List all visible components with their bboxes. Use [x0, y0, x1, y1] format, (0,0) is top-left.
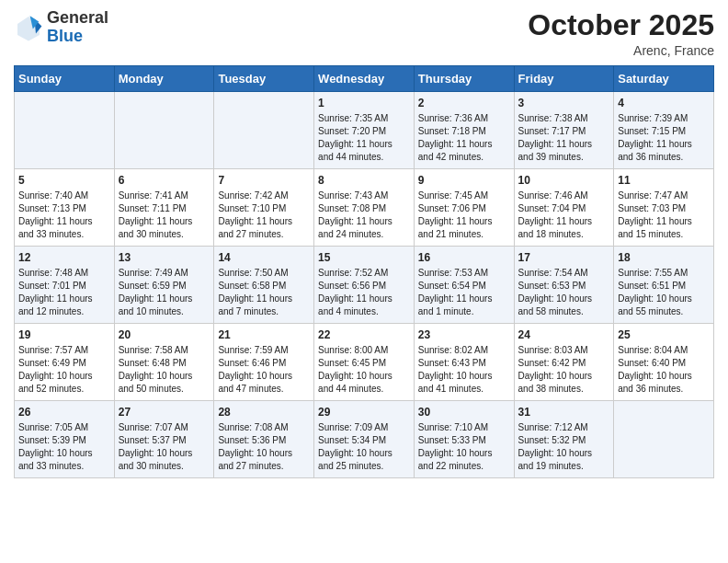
day-cell — [114, 92, 214, 169]
day-number: 29 — [318, 406, 410, 419]
day-cell: 2Sunrise: 7:36 AMSunset: 7:18 PMDaylight… — [414, 92, 514, 169]
day-info: Sunrise: 7:52 AMSunset: 6:56 PMDaylight:… — [318, 267, 410, 318]
day-number: 7 — [218, 174, 310, 187]
day-info: Sunrise: 7:10 AMSunset: 5:33 PMDaylight:… — [418, 421, 510, 473]
day-info: Sunrise: 7:40 AMSunset: 7:13 PMDaylight:… — [18, 190, 110, 241]
day-info: Sunrise: 7:39 AMSunset: 7:15 PMDaylight:… — [618, 112, 710, 164]
day-cell: 31Sunrise: 7:12 AMSunset: 5:32 PMDayligh… — [514, 401, 614, 478]
day-info: Sunrise: 7:58 AMSunset: 6:48 PMDaylight:… — [119, 344, 210, 396]
week-row-1: 5Sunrise: 7:40 AMSunset: 7:13 PMDaylight… — [15, 169, 714, 247]
day-number: 30 — [418, 406, 510, 419]
day-info: Sunrise: 7:05 AMSunset: 5:39 PMDaylight:… — [18, 421, 110, 473]
day-number: 28 — [218, 406, 310, 419]
day-info: Sunrise: 7:54 AMSunset: 6:53 PMDaylight:… — [518, 267, 610, 318]
day-info: Sunrise: 7:49 AMSunset: 6:59 PMDaylight:… — [119, 267, 210, 318]
day-number: 18 — [618, 251, 710, 264]
day-cell: 14Sunrise: 7:50 AMSunset: 6:58 PMDayligh… — [214, 247, 314, 324]
day-cell: 16Sunrise: 7:53 AMSunset: 6:54 PMDayligh… — [414, 247, 514, 324]
day-number: 11 — [618, 174, 710, 187]
day-number: 31 — [518, 406, 610, 419]
calendar-table: Sunday Monday Tuesday Wednesday Thursday… — [14, 65, 714, 478]
week-row-3: 19Sunrise: 7:57 AMSunset: 6:49 PMDayligh… — [15, 324, 714, 401]
logo-icon — [14, 13, 43, 42]
day-info: Sunrise: 7:45 AMSunset: 7:06 PMDaylight:… — [418, 190, 510, 241]
day-number: 19 — [18, 328, 110, 341]
day-info: Sunrise: 7:55 AMSunset: 6:51 PMDaylight:… — [618, 267, 710, 318]
page: General Blue October 2025 Arenc, France … — [0, 0, 728, 492]
day-number: 3 — [518, 97, 610, 109]
day-cell — [214, 92, 314, 169]
day-cell: 10Sunrise: 7:46 AMSunset: 7:04 PMDayligh… — [514, 169, 614, 247]
day-info: Sunrise: 7:46 AMSunset: 7:04 PMDaylight:… — [518, 190, 610, 241]
day-cell: 4Sunrise: 7:39 AMSunset: 7:15 PMDaylight… — [614, 92, 714, 169]
day-number: 26 — [18, 406, 110, 419]
col-friday: Friday — [514, 66, 614, 92]
day-number: 16 — [418, 251, 510, 264]
day-cell: 8Sunrise: 7:43 AMSunset: 7:08 PMDaylight… — [314, 169, 415, 247]
title-area: October 2025 Arenc, France — [528, 9, 714, 58]
day-number: 10 — [518, 174, 610, 187]
day-info: Sunrise: 7:09 AMSunset: 5:34 PMDaylight:… — [318, 421, 410, 473]
day-cell: 29Sunrise: 7:09 AMSunset: 5:34 PMDayligh… — [314, 401, 415, 478]
day-number: 20 — [119, 328, 210, 341]
day-number: 6 — [119, 174, 210, 187]
day-info: Sunrise: 7:47 AMSunset: 7:03 PMDaylight:… — [618, 190, 710, 241]
day-info: Sunrise: 8:02 AMSunset: 6:43 PMDaylight:… — [418, 344, 510, 396]
day-number: 15 — [318, 251, 410, 264]
col-saturday: Saturday — [614, 66, 714, 92]
day-info: Sunrise: 7:38 AMSunset: 7:17 PMDaylight:… — [518, 112, 610, 164]
day-cell: 9Sunrise: 7:45 AMSunset: 7:06 PMDaylight… — [414, 169, 514, 247]
day-info: Sunrise: 7:41 AMSunset: 7:11 PMDaylight:… — [119, 190, 210, 241]
day-number: 1 — [318, 97, 410, 109]
col-tuesday: Tuesday — [214, 66, 314, 92]
day-cell: 19Sunrise: 7:57 AMSunset: 6:49 PMDayligh… — [15, 324, 115, 401]
day-cell: 23Sunrise: 8:02 AMSunset: 6:43 PMDayligh… — [414, 324, 514, 401]
col-thursday: Thursday — [414, 66, 514, 92]
day-number: 4 — [618, 97, 710, 109]
day-info: Sunrise: 7:59 AMSunset: 6:46 PMDaylight:… — [218, 344, 310, 396]
day-number: 21 — [218, 328, 310, 341]
day-cell: 11Sunrise: 7:47 AMSunset: 7:03 PMDayligh… — [614, 169, 714, 247]
day-number: 22 — [318, 328, 410, 341]
logo-text: General Blue — [47, 9, 108, 46]
logo-general: General — [47, 8, 108, 27]
day-info: Sunrise: 7:43 AMSunset: 7:08 PMDaylight:… — [318, 190, 410, 241]
day-cell: 18Sunrise: 7:55 AMSunset: 6:51 PMDayligh… — [614, 247, 714, 324]
day-info: Sunrise: 7:36 AMSunset: 7:18 PMDaylight:… — [418, 112, 510, 164]
day-cell: 27Sunrise: 7:07 AMSunset: 5:37 PMDayligh… — [114, 401, 214, 478]
day-info: Sunrise: 7:53 AMSunset: 6:54 PMDaylight:… — [418, 267, 510, 318]
day-number: 8 — [318, 174, 410, 187]
day-number: 9 — [418, 174, 510, 187]
day-info: Sunrise: 7:42 AMSunset: 7:10 PMDaylight:… — [218, 190, 310, 241]
day-cell: 28Sunrise: 7:08 AMSunset: 5:36 PMDayligh… — [214, 401, 314, 478]
calendar-header: Sunday Monday Tuesday Wednesday Thursday… — [15, 66, 714, 92]
day-info: Sunrise: 8:04 AMSunset: 6:40 PMDaylight:… — [618, 344, 710, 396]
day-cell: 20Sunrise: 7:58 AMSunset: 6:48 PMDayligh… — [114, 324, 214, 401]
day-info: Sunrise: 7:08 AMSunset: 5:36 PMDaylight:… — [218, 421, 310, 473]
day-info: Sunrise: 7:07 AMSunset: 5:37 PMDaylight:… — [119, 421, 210, 473]
day-number: 25 — [618, 328, 710, 341]
day-number: 5 — [18, 174, 110, 187]
day-info: Sunrise: 8:03 AMSunset: 6:42 PMDaylight:… — [518, 344, 610, 396]
day-cell: 6Sunrise: 7:41 AMSunset: 7:11 PMDaylight… — [114, 169, 214, 247]
day-number: 13 — [119, 251, 210, 264]
day-cell: 5Sunrise: 7:40 AMSunset: 7:13 PMDaylight… — [15, 169, 115, 247]
day-cell: 24Sunrise: 8:03 AMSunset: 6:42 PMDayligh… — [514, 324, 614, 401]
day-cell: 22Sunrise: 8:00 AMSunset: 6:45 PMDayligh… — [314, 324, 415, 401]
day-number: 17 — [518, 251, 610, 264]
logo-blue: Blue — [47, 27, 83, 45]
day-cell: 13Sunrise: 7:49 AMSunset: 6:59 PMDayligh… — [114, 247, 214, 324]
col-sunday: Sunday — [15, 66, 115, 92]
day-cell: 3Sunrise: 7:38 AMSunset: 7:17 PMDaylight… — [514, 92, 614, 169]
day-cell: 7Sunrise: 7:42 AMSunset: 7:10 PMDaylight… — [214, 169, 314, 247]
month-title: October 2025 — [528, 9, 714, 41]
day-info: Sunrise: 7:48 AMSunset: 7:01 PMDaylight:… — [18, 267, 110, 318]
header: General Blue October 2025 Arenc, France — [14, 9, 714, 58]
day-info: Sunrise: 7:50 AMSunset: 6:58 PMDaylight:… — [218, 267, 310, 318]
day-info: Sunrise: 7:57 AMSunset: 6:49 PMDaylight:… — [18, 344, 110, 396]
day-cell: 21Sunrise: 7:59 AMSunset: 6:46 PMDayligh… — [214, 324, 314, 401]
col-monday: Monday — [114, 66, 214, 92]
week-row-4: 26Sunrise: 7:05 AMSunset: 5:39 PMDayligh… — [15, 401, 714, 478]
day-cell: 25Sunrise: 8:04 AMSunset: 6:40 PMDayligh… — [614, 324, 714, 401]
col-wednesday: Wednesday — [314, 66, 415, 92]
